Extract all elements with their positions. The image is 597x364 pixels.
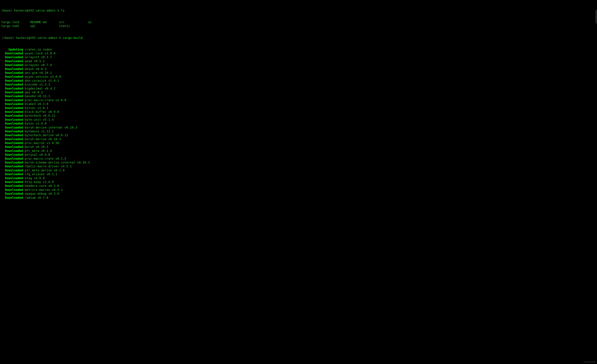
cargo-output-line: Downloaded proc-macro2 v1.0.56 [1, 141, 596, 145]
cargo-output-line: Downloaded blake3 v0.3.8 [1, 102, 596, 106]
cargo-output-line: Downloaded arrayvec v0.7.4 [1, 63, 596, 67]
cargo-package: crates.io index [23, 48, 52, 51]
cargo-package: borsh-derive v0.10.3 [23, 137, 61, 141]
cargo-output-line: Downloaded ptr_meta v0.1.4 [1, 149, 596, 153]
cargo-status: Downloaded [1, 98, 23, 102]
cargo-output-line: Downloaded bincode v1.3.3 [1, 82, 596, 86]
cargo-status: Downloaded [1, 67, 23, 71]
cargo-status: Downloaded [1, 164, 23, 168]
cargo-output-line: Downloaded borsh v0.10.3 [1, 145, 596, 149]
ls-entry: ui [88, 20, 117, 24]
ls-entry: README.md [30, 20, 59, 24]
cargo-output-line: Downloaded aho-corasick v1.0.1 [1, 79, 596, 82]
cargo-output-line: Downloaded arrayref v0.3.7 [1, 55, 596, 59]
cargo-output-line: Downloaded aead v0.5.2 [1, 59, 596, 63]
cargo-package: radium v0.7.0 [23, 196, 48, 199]
cargo-status: Downloaded [1, 149, 23, 153]
cargo-status: Downloaded [1, 106, 23, 110]
cargo-package: proc-macro-crate v2.0.0 [23, 98, 66, 102]
cargo-output-line: Downloaded borsh-schema-derive-internal … [1, 160, 596, 164]
cargo-status: Downloaded [1, 71, 23, 75]
cargo-status: Downloaded [1, 118, 23, 121]
cargo-package: opaque-debug v0.3.0 [23, 192, 59, 195]
cargo-package: aho-corasick v1.0.1 [23, 79, 59, 82]
pipe-indicator: | [1, 36, 3, 40]
watermark: CSDN @林鸿群 [583, 361, 595, 363]
cargo-status: Downloaded [1, 196, 23, 199]
cargo-status: Downloaded [1, 90, 23, 94]
cargo-output-line: Downloaded opaque-debug v0.3.0 [1, 192, 596, 196]
cargo-package: ahash v0.8.3 [23, 67, 47, 71]
shell-prompt: (base) hackerx@192 salvo-admin % [1, 9, 61, 12]
cargo-status: Downloaded [1, 188, 23, 192]
cargo-package: arrayref v0.3.7 [23, 55, 52, 59]
cargo-package: polyval v0.6.0 [23, 153, 50, 156]
cargo-output-line: Downloaded block-buffer v0.9.0 [1, 110, 596, 114]
shell-prompt: (base) hackerx@192 salvo-admin % [3, 36, 63, 40]
prompt-line-1: (base) hackerx@192 salvo-admin % ls [1, 8, 596, 12]
cargo-output-line: Downloaded borsh-derive-internal v0.10.3 [1, 126, 596, 129]
cargo-package: proc-macro2 v1.0.56 [23, 141, 59, 145]
ls-output: Cargo.lockREADME.mdsrcuiCargo.tomlsqlsta… [1, 20, 596, 28]
cargo-package: async-session v3.0.0 [23, 75, 61, 78]
cargo-status: Downloaded [1, 133, 23, 137]
ls-row: Cargo.tomlsqlstatic [1, 24, 596, 28]
cargo-package: bigdecimal v0.4.2 [23, 87, 55, 90]
cargo-output-line: Downloaded byte-unit v5.1.4 [1, 118, 596, 121]
cargo-output-line: Downloaded bigdecimal v0.4.2 [1, 87, 596, 90]
cargo-package: borsh-derive-internal v0.10.3 [23, 126, 77, 129]
cargo-status: Downloaded [1, 157, 23, 160]
cargo-package: bytecheck_derive v0.6.11 [23, 133, 68, 137]
cargo-output-line: Downloaded ptr_meta_derive v0.1.4 [1, 168, 596, 172]
cargo-status: Downloaded [1, 82, 23, 86]
ls-entry: Cargo.toml [1, 24, 30, 28]
cargo-output-line: Downloaded etag v4.0.0 [1, 176, 596, 180]
cargo-output-line: Downloaded bytecheck_derive v0.6.11 [1, 133, 596, 137]
ls-entry: Cargo.lock [1, 20, 30, 24]
cargo-output-line: Downloaded bytes v1.4.0 [1, 121, 596, 125]
cargo-status: Downloaded [1, 94, 23, 98]
terminal-output[interactable]: (base) hackerx@192 salvo-admin % ls Carg… [1, 1, 596, 203]
cargo-package: ptr_meta v0.1.4 [23, 149, 52, 152]
cargo-output: Updating crates.io indexDownloaded async… [1, 47, 596, 199]
cargo-status: Downloaded [1, 75, 23, 79]
cargo-status: Updating [1, 47, 23, 51]
scrollbar-thumb[interactable] [596, 10, 597, 23]
cargo-status: Downloaded [1, 63, 23, 67]
cargo-output-line: Downloaded metrics-macros v0.5.1 [1, 188, 596, 192]
cargo-package: aes-gcm v0.10.1 [23, 71, 52, 74]
cargo-status: Downloaded [1, 51, 23, 55]
cargo-package: block-buffer v0.9.0 [23, 110, 59, 113]
cargo-status: Downloaded [1, 180, 23, 184]
cargo-status: Downloaded [1, 126, 23, 129]
cargo-status: Downloaded [1, 192, 23, 196]
cargo-status: Downloaded [1, 176, 23, 180]
cargo-status: Downloaded [1, 145, 23, 149]
cargo-package: metrics-macros v0.5.1 [23, 188, 63, 191]
cargo-output-line: Downloaded borsh-derive v0.10.3 [1, 137, 596, 141]
cargo-output-line: Downloaded http-body v1.0.0 [1, 180, 596, 184]
cargo-package: bitvec v1.0.1 [23, 106, 48, 110]
cargo-status: Downloaded [1, 160, 23, 164]
cargo-status: Downloaded [1, 87, 23, 90]
cargo-package: aes v0.8.2 [23, 90, 43, 94]
cargo-status: Downloaded [1, 79, 23, 82]
cargo-output-line: Downloaded radium v0.7.0 [1, 196, 596, 199]
cargo-package: http-body v1.0.0 [23, 180, 54, 184]
cargo-output-line: Downloaded proc-macro-crate v2.0.0 [1, 98, 596, 102]
cargo-output-line: Downloaded cfg_aliases v0.1.1 [1, 172, 596, 176]
cargo-output-line: Downloaded aes v0.8.2 [1, 90, 596, 94]
cargo-status: Downloaded [1, 129, 23, 133]
command-cargo-build: cargo build [63, 36, 82, 40]
cargo-package: byte-unit v5.1.4 [23, 118, 54, 121]
cargo-status: Downloaded [1, 184, 23, 188]
cargo-status: Downloaded [1, 55, 23, 59]
cargo-package: borsh-schema-derive-internal v0.10.3 [23, 161, 90, 164]
cargo-package: bytes v1.4.0 [23, 122, 47, 125]
cargo-package: bytecheck v0.6.11 [23, 114, 55, 117]
cargo-status: Downloaded [1, 121, 23, 125]
cargo-package: async-lock v2.8.0 [23, 52, 55, 55]
cargo-output-line: Downloaded headers-core v0.3.0 [1, 184, 596, 188]
cargo-output-line: Downloaded async-session v3.0.0 [1, 75, 596, 79]
cargo-package: base64 v0.13.1 [23, 94, 50, 98]
